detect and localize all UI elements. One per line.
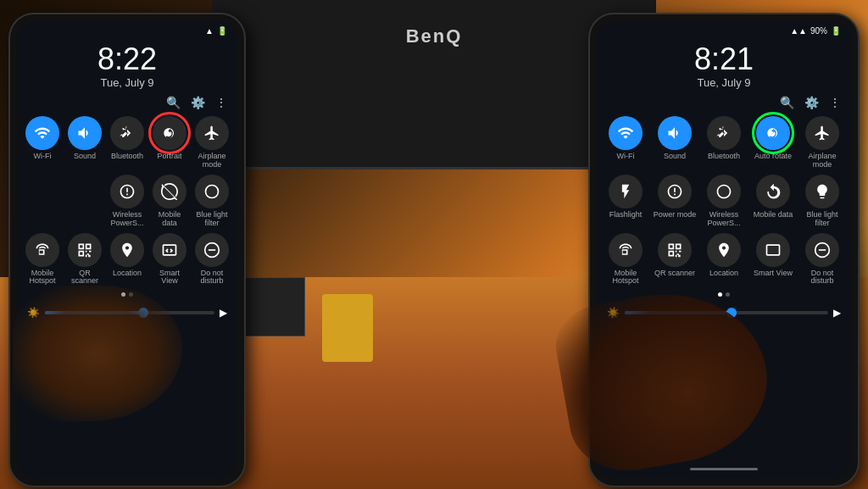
tile-bluetooth-label-right: Bluetooth <box>708 153 740 161</box>
battery-text-right: 90% <box>810 26 827 36</box>
tile-bluelight-icon-right <box>805 175 839 208</box>
tile-smartview-right[interactable]: Smart View <box>751 233 795 286</box>
tile-qr-label-right: QR scanner <box>654 270 695 278</box>
tile-location-label-left: Location <box>113 270 142 278</box>
qs-grid-row1-left: Wi-Fi Sound Bluetooth Portrait <box>17 113 237 173</box>
tile-wifi-right[interactable]: Wi-Fi <box>604 116 648 169</box>
tile-sound-left[interactable]: Sound <box>66 116 103 169</box>
status-bar-right: ▲▲ 90% 🔋 <box>597 21 851 37</box>
tile-location-icon-right <box>707 233 741 267</box>
tile-airplane-icon-left <box>195 116 229 150</box>
tile-portrait-label-left: Portrait <box>157 153 181 161</box>
tile-wifi-left[interactable]: Wi-Fi <box>24 116 61 169</box>
slider-fill-left <box>45 311 147 314</box>
tile-autorotate-label-right: Auto rotate <box>754 153 792 161</box>
date-right: Tue, July 9 <box>597 76 851 89</box>
tile-powermode-icon-right <box>658 175 692 208</box>
slider-arrow-right: ▶ <box>833 307 841 319</box>
benq-logo: BenQ <box>406 25 463 47</box>
tile-smartview-icon-left <box>153 233 186 267</box>
bottom-nav-right <box>690 468 758 470</box>
tile-flashlight-icon-right <box>609 175 643 208</box>
slider-thumb-right[interactable] <box>726 308 737 318</box>
search-icon-left[interactable]: 🔍 <box>166 96 181 109</box>
tile-dnd-icon-left <box>195 233 229 267</box>
qs-grid-row2-left: Wireless PowerS... Mobile data Blue ligh… <box>17 173 237 231</box>
time-display-left: 8:22 Tue, July 9 <box>17 37 237 92</box>
dot-inactive-left <box>129 292 133 297</box>
tile-wireless-right[interactable]: Wireless PowerS... <box>702 175 746 228</box>
tile-qr-left[interactable]: QR scanner <box>66 233 103 286</box>
battery-icon-right: 🔋 <box>831 26 841 36</box>
slider-icon-right: ☀️ <box>607 307 620 319</box>
tile-bluelight-left[interactable]: Blue light filter <box>193 175 231 228</box>
slider-right[interactable]: ☀️ ▶ <box>597 300 851 325</box>
slider-track-left[interactable] <box>45 311 214 314</box>
tile-wireless-label-right: Wireless PowerS... <box>702 211 746 228</box>
table-box <box>237 277 305 336</box>
tile-smartview-label-left: Smart View <box>151 270 188 286</box>
tile-smartview-left[interactable]: Smart View <box>151 233 188 286</box>
tile-mobiledata-right[interactable]: Mobile data <box>751 175 795 228</box>
tile-sound-icon-left <box>68 116 102 150</box>
tile-airplane-right[interactable]: Airplane mode <box>800 116 844 169</box>
tile-dnd-right[interactable]: Do not disturb <box>800 233 844 286</box>
tile-qr-icon-right <box>658 233 692 267</box>
slider-thumb-left[interactable] <box>138 308 148 318</box>
tile-sound-label-left: Sound <box>74 153 96 161</box>
tile-bluetooth-left[interactable]: Bluetooth <box>108 116 146 169</box>
tile-dnd-icon-right <box>805 233 839 267</box>
settings-icon-left[interactable]: ⚙️ <box>191 96 205 109</box>
tile-powermode-right[interactable]: Power mode <box>653 175 697 228</box>
tile-qr-icon-left <box>68 233 102 267</box>
settings-icon-right[interactable]: ⚙️ <box>804 96 819 109</box>
tile-flashlight-right[interactable]: Flashlight <box>604 175 648 228</box>
tile-mobiledata-icon-right <box>756 175 790 208</box>
status-icons-right: ▲▲ 90% 🔋 <box>790 26 841 36</box>
tile-autorotate-right[interactable]: Auto rotate <box>751 116 795 169</box>
tile-location-label-right: Location <box>709 270 738 278</box>
signal-icon-left: ▲ <box>205 26 214 36</box>
tile-bluetooth-right[interactable]: Bluetooth <box>702 116 746 169</box>
tile-wifi-icon-left <box>25 116 59 150</box>
dots-right <box>597 289 851 300</box>
tile-airplane-left[interactable]: Airplane mode <box>193 116 231 169</box>
phone-right: ▲▲ 90% 🔋 8:21 Tue, July 9 🔍 ⚙️ ⋮ Wi-Fi <box>588 13 860 487</box>
tile-bluetooth-icon-right <box>707 116 741 150</box>
tile-qr-label-left: QR scanner <box>66 270 103 286</box>
tile-airplane-icon-right <box>805 116 839 150</box>
tile-hotspot-right[interactable]: Mobile Hotspot <box>604 233 648 286</box>
tile-wireless-left[interactable]: Wireless PowerS... <box>108 175 146 228</box>
phone-left: ▲ 🔋 8:22 Tue, July 9 🔍 ⚙️ ⋮ Wi-Fi <box>8 13 246 487</box>
more-icon-left[interactable]: ⋮ <box>215 96 227 109</box>
tile-autorotate-icon-right <box>756 116 790 150</box>
tile-wifi-label-right: Wi-Fi <box>617 153 635 161</box>
tile-dnd-label-right: Do not disturb <box>800 270 844 286</box>
battery-icon-left: 🔋 <box>217 26 227 36</box>
phone-left-screen: ▲ 🔋 8:22 Tue, July 9 🔍 ⚙️ ⋮ Wi-Fi <box>17 21 237 479</box>
more-icon-right[interactable]: ⋮ <box>829 96 841 109</box>
tile-mobile-left[interactable]: Mobile data <box>151 175 188 228</box>
dot-active-left <box>121 292 125 297</box>
tile-location-left[interactable]: Location <box>108 233 146 286</box>
qs-toolbar-right: 🔍 ⚙️ ⋮ <box>597 92 851 113</box>
table-yellow-item <box>322 294 373 362</box>
slider-track-right[interactable] <box>625 311 828 314</box>
tile-portrait-icon-left <box>153 116 186 150</box>
slider-left[interactable]: ☀️ ▶ <box>17 300 237 325</box>
tile-dnd-left[interactable]: Do not disturb <box>193 233 231 286</box>
tile-wireless-label-left: Wireless PowerS... <box>108 211 146 228</box>
slider-fill-right <box>625 311 737 314</box>
tile-wifi-icon-right <box>609 116 643 150</box>
tile-sound-right[interactable]: Sound <box>653 116 697 169</box>
tile-bluelight-right[interactable]: Blue light filter <box>800 175 844 228</box>
tile-location-icon-left <box>110 233 144 267</box>
tile-portrait-left[interactable]: Portrait <box>151 116 188 169</box>
tile-empty1-left <box>24 175 61 228</box>
status-icons-left: ▲ 🔋 <box>205 26 227 36</box>
tile-bluelight-label-right: Blue light filter <box>800 211 844 228</box>
tile-hotspot-left[interactable]: Mobile Hotspot <box>24 233 61 286</box>
search-icon-right[interactable]: 🔍 <box>780 96 794 109</box>
tile-location-right[interactable]: Location <box>702 233 746 286</box>
tile-qr-right[interactable]: QR scanner <box>653 233 697 286</box>
